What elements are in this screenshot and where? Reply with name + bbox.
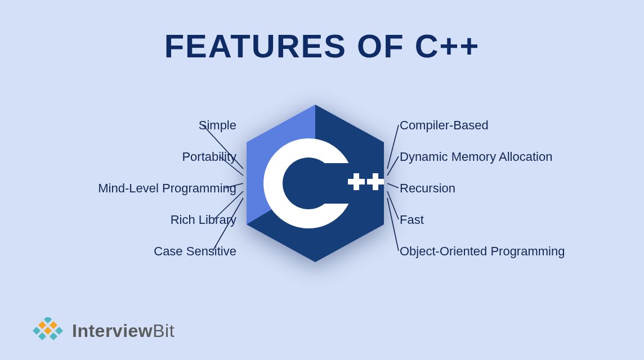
svg-rect-18 — [354, 173, 359, 190]
svg-line-5 — [387, 125, 399, 169]
svg-line-6 — [387, 156, 399, 176]
svg-rect-25 — [33, 327, 41, 335]
feature-item: Recursion — [400, 173, 636, 204]
svg-rect-28 — [50, 332, 57, 340]
feature-item: Simple — [34, 110, 236, 141]
feature-item: Fast — [400, 204, 636, 236]
diagram-title: FEATURES OF C++ — [0, 27, 644, 65]
svg-rect-24 — [44, 327, 52, 335]
left-feature-list: Simple Portability Mind-Level Programmin… — [34, 110, 236, 267]
svg-rect-21 — [44, 317, 52, 323]
feature-item: Compiler-Based — [400, 110, 636, 141]
feature-item: Dynamic Memory Allocation — [400, 141, 636, 173]
cpp-logo-icon — [242, 101, 388, 266]
brand-name-light: Bit — [153, 321, 175, 341]
feature-item: Case Sensitive — [34, 236, 236, 267]
feature-item: Mind-Level Programming — [34, 173, 236, 204]
brand-mark-icon — [30, 317, 65, 344]
feature-item: Object-Oriented Programming — [400, 236, 636, 267]
right-feature-list: Compiler-Based Dynamic Memory Allocation… — [400, 110, 636, 267]
svg-rect-20 — [373, 173, 378, 190]
svg-rect-26 — [55, 327, 63, 335]
brand-name-bold: Interview — [72, 321, 153, 341]
brand-name: InterviewBit — [72, 321, 175, 341]
svg-line-9 — [387, 198, 399, 251]
brand-logo: InterviewBit — [30, 317, 175, 344]
feature-item: Portability — [34, 141, 236, 173]
svg-line-8 — [387, 191, 399, 219]
svg-rect-27 — [38, 332, 46, 340]
feature-item: Rich Library — [34, 204, 236, 236]
svg-rect-23 — [50, 321, 57, 329]
svg-rect-22 — [38, 321, 46, 329]
svg-line-7 — [387, 183, 399, 188]
